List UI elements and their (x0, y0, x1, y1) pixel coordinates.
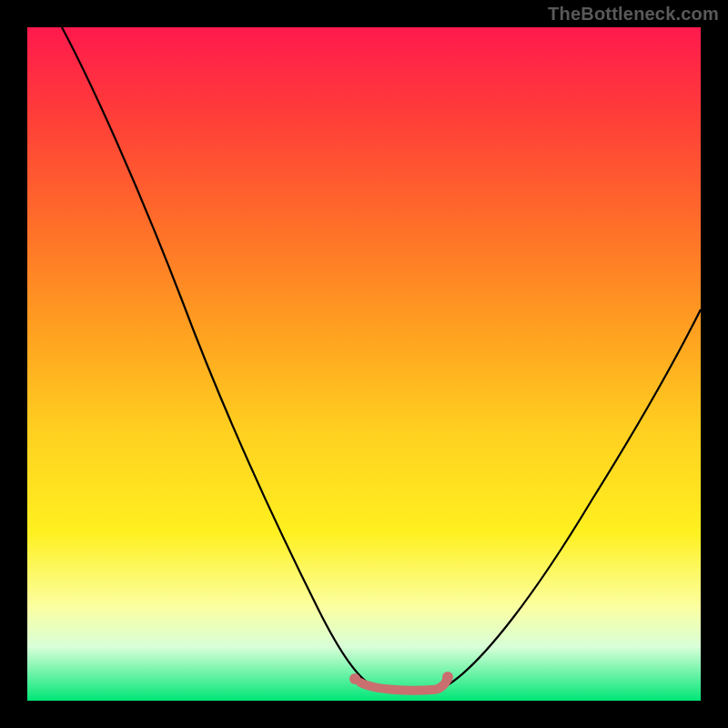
left-curve (62, 27, 373, 686)
right-curve (446, 309, 701, 686)
chart-frame: TheBottleneck.com (0, 0, 728, 728)
right-dot-icon (442, 672, 453, 682)
curves-svg (27, 27, 701, 701)
bottom-segment (360, 679, 448, 691)
attribution-text: TheBottleneck.com (548, 4, 719, 25)
left-dot-icon (349, 673, 360, 684)
plot-area (27, 27, 701, 701)
